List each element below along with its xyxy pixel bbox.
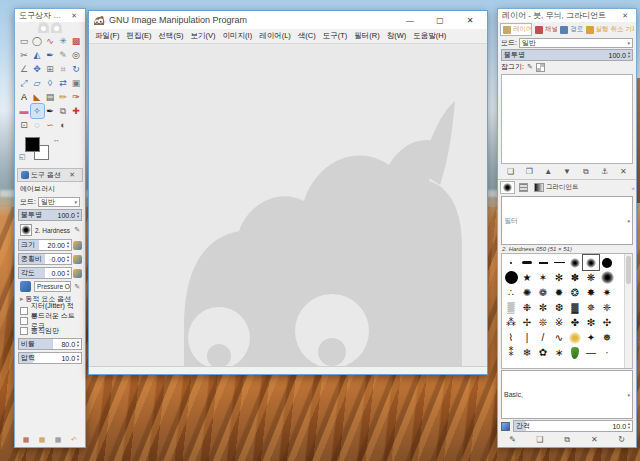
opacity-spinner[interactable]: ▲▼ xyxy=(76,211,81,219)
menu-item[interactable]: 이미지(I) xyxy=(220,30,256,42)
cage-transform-tool[interactable]: ▣ xyxy=(70,76,83,90)
shear-tool[interactable]: ▱ xyxy=(31,76,44,90)
heal-tool[interactable]: ✚ xyxy=(70,104,83,118)
brush-swatch[interactable] xyxy=(567,330,583,345)
brush-swatch[interactable]: ✢ xyxy=(519,315,535,330)
edit-brush-icon[interactable]: ✎ xyxy=(74,226,80,234)
brush-swatch[interactable]: ✸ xyxy=(583,285,599,300)
brush-swatch[interactable]: ✶ xyxy=(535,270,551,285)
brush-scrollbar[interactable] xyxy=(624,254,632,368)
eraser-tool[interactable]: ▬ xyxy=(18,104,31,118)
reset-angle-button[interactable] xyxy=(73,269,82,278)
lock-pixels-icon[interactable]: ✎ xyxy=(527,63,533,71)
foreground-color-swatch[interactable] xyxy=(25,137,40,152)
perspective-tool[interactable]: ◊ xyxy=(44,76,57,90)
paintbrush-tool[interactable]: ✑ xyxy=(70,90,83,104)
clone-tool[interactable]: ⧉ xyxy=(57,104,70,118)
brush-swatch[interactable]: ▓ xyxy=(567,300,583,315)
brush-swatch[interactable]: ⁂ xyxy=(503,315,519,330)
blend-tool[interactable]: ▤ xyxy=(44,90,57,104)
measure-tool[interactable]: ∠ xyxy=(18,62,31,76)
rectangle-select-tool[interactable]: ▭ xyxy=(18,34,31,48)
gradients-tab[interactable]: 그라디언트 xyxy=(532,182,581,193)
angle-slider[interactable]: 각도 0.00 ▲▼ xyxy=(18,267,72,279)
default-colors-icon[interactable]: ◱ xyxy=(19,153,26,161)
layer-opacity-slider[interactable]: 불투명 100.0 ▲▼ xyxy=(501,49,633,61)
zoom-tool[interactable]: ◎ xyxy=(70,48,83,62)
menu-item[interactable]: 보기(V) xyxy=(188,30,219,42)
scissors-select-tool[interactable]: ✂ xyxy=(18,48,31,62)
save-tool-options-button[interactable]: ▦ xyxy=(21,434,32,445)
brush-swatch[interactable] xyxy=(567,345,583,360)
bucket-fill-tool[interactable]: ◣ xyxy=(31,90,44,104)
main-titlebar[interactable]: GNU Image Manipulation Program — ▢ ✕ xyxy=(89,11,487,29)
anchor-layer-button[interactable]: ⚓ xyxy=(598,167,611,177)
brush-filter-input[interactable]: 필터▾ xyxy=(501,196,633,245)
select-by-color-tool[interactable]: ▩ xyxy=(70,34,83,48)
brush-swatch[interactable] xyxy=(551,255,567,270)
swap-colors-icon[interactable]: ↔ xyxy=(53,136,60,143)
brush-swatch[interactable]: ✺ xyxy=(519,285,535,300)
raise-layer-button[interactable]: ▲ xyxy=(542,167,555,177)
brush-swatch[interactable]: ⌇ xyxy=(503,330,519,345)
brush-swatch[interactable]: ❇ xyxy=(583,315,599,330)
brush-swatch[interactable] xyxy=(599,270,615,285)
flip-tool[interactable]: ⇄ xyxy=(57,76,70,90)
brush-swatch[interactable]: ✦ xyxy=(583,330,599,345)
brush-swatch[interactable]: ❈ xyxy=(599,300,615,315)
edit-dynamics-icon[interactable]: ✎ xyxy=(74,283,80,291)
brush-swatch[interactable]: ✷ xyxy=(599,285,615,300)
ellipse-select-tool[interactable]: ◯ xyxy=(31,34,44,48)
brush-swatch[interactable]: ❊ xyxy=(535,315,551,330)
menu-item[interactable]: 편집(E) xyxy=(124,30,155,42)
brush-swatch[interactable]: ✼ xyxy=(535,300,551,315)
free-select-tool[interactable]: ∿ xyxy=(44,34,57,48)
brush-swatch[interactable]: ✵ xyxy=(583,300,599,315)
brush-swatch[interactable] xyxy=(503,255,519,270)
opacity-slider[interactable]: 불투명 100.0 ▲▼ xyxy=(18,209,82,221)
delete-layer-button[interactable]: ✕ xyxy=(617,167,630,177)
brush-swatch[interactable]: ✽ xyxy=(567,270,583,285)
brush-tag-input[interactable]: Basic,▾ xyxy=(501,370,633,419)
brush-swatch[interactable]: ❉ xyxy=(519,300,535,315)
reset-aspect-button[interactable] xyxy=(73,255,82,264)
brush-swatch[interactable]: ❄ xyxy=(519,345,535,360)
brush-swatch[interactable]: ∿ xyxy=(551,330,567,345)
brush-swatch[interactable]: ★ xyxy=(519,270,535,285)
empty-canvas-area[interactable] xyxy=(89,44,487,366)
layers-tab[interactable]: 레이어 xyxy=(500,23,532,36)
toolbox-titlebar[interactable]: 도구상자 - 도구 ... ✕ xyxy=(15,9,85,22)
minimize-icon[interactable]: — xyxy=(397,11,423,29)
brush-swatch[interactable] xyxy=(583,255,599,270)
lower-layer-button[interactable]: ▼ xyxy=(560,167,573,177)
brush-swatch[interactable]: ※ xyxy=(551,315,567,330)
color-picker-tool[interactable]: ✎ xyxy=(57,48,70,62)
size-slider[interactable]: 크기 20.00 ▲▼ xyxy=(18,239,72,251)
brush-swatch[interactable]: ⁑ xyxy=(503,345,519,360)
brush-swatch[interactable]: ✿ xyxy=(535,345,551,360)
close-icon[interactable]: ✕ xyxy=(67,11,81,21)
pencil-tool[interactable]: ✏ xyxy=(57,90,70,104)
move-tool[interactable]: ✥ xyxy=(31,62,44,76)
brush-swatch[interactable]: ∗ xyxy=(551,345,567,360)
pressure-slider[interactable]: 압력 10.0 ▲▼ xyxy=(18,352,82,364)
blur-sharpen-tool[interactable]: ◌ xyxy=(31,118,44,132)
undo-history-tab[interactable]: 실행 취소 기록 xyxy=(584,24,634,35)
delete-brush-button[interactable]: ✕ xyxy=(588,435,601,445)
crop-tool[interactable]: ⌗ xyxy=(57,62,70,76)
maximize-icon[interactable]: ▢ xyxy=(427,11,453,29)
new-brush-button[interactable]: ❏ xyxy=(533,435,546,445)
refresh-brushes-button[interactable]: ↻ xyxy=(615,435,628,445)
brush-swatch[interactable]: | xyxy=(519,330,535,345)
edit-brush-button[interactable]: ✎ xyxy=(506,435,519,445)
ink-tool[interactable]: ✒ xyxy=(44,104,57,118)
lock-alpha-icon[interactable] xyxy=(536,63,545,72)
brush-swatch[interactable]: ❋ xyxy=(583,270,599,285)
brush-swatch[interactable]: ✤ xyxy=(567,315,583,330)
brush-swatch[interactable]: ❅ xyxy=(599,330,615,345)
brush-swatch[interactable] xyxy=(535,255,551,270)
brush-swatch[interactable] xyxy=(503,270,519,285)
menu-item[interactable]: 파일(F) xyxy=(92,30,123,42)
restore-tool-options-button[interactable]: ▦ xyxy=(37,434,48,445)
brush-swatch[interactable]: ∴ xyxy=(503,285,519,300)
